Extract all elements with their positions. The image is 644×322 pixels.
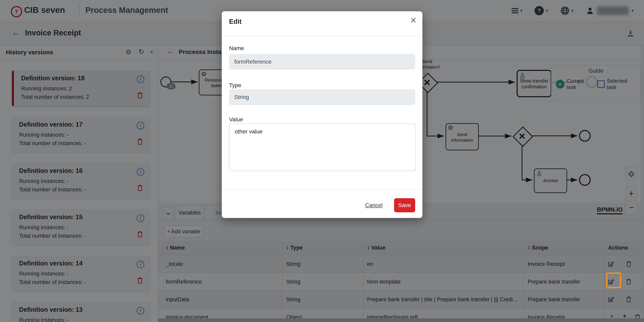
name-field: formReference <box>229 54 415 70</box>
dialog-title: Edit <box>229 18 242 25</box>
dialog-footer-divider <box>222 189 422 190</box>
value-field-label: Value <box>229 116 243 123</box>
type-field: String <box>229 89 415 105</box>
value-field[interactable]: other value <box>229 124 416 171</box>
close-icon[interactable]: × <box>410 14 416 26</box>
cancel-button[interactable]: Cancel <box>365 202 382 208</box>
save-button[interactable]: Save <box>394 198 415 212</box>
type-field-label: Type <box>229 82 241 88</box>
edit-variable-dialog: Edit × Name formReference Type String Va… <box>222 11 422 218</box>
highlight-box-edit-action <box>606 272 621 288</box>
name-field-label: Name <box>229 45 244 52</box>
dialog-divider <box>222 36 422 36</box>
